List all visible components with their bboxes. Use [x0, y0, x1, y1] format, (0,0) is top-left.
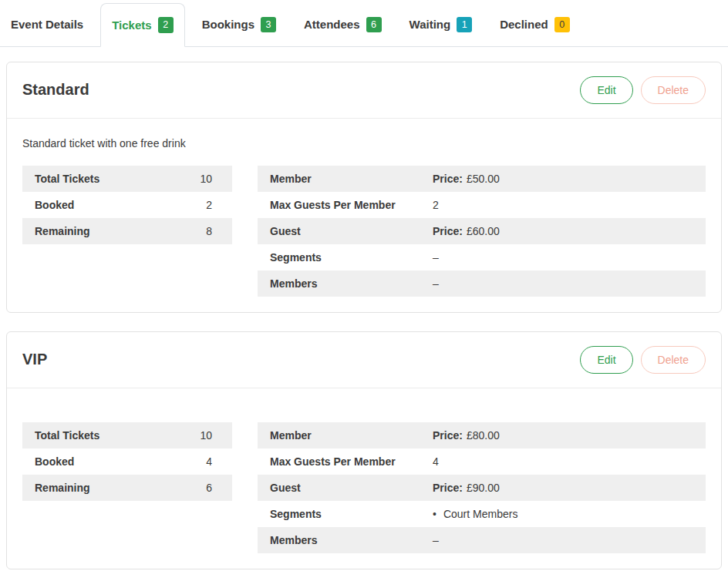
table-row: GuestPrice:£90.00: [258, 475, 706, 501]
detail-label: Max Guests Per Member: [270, 198, 433, 212]
table-row: Remaining6: [22, 475, 232, 501]
tab-declined[interactable]: Declined0: [489, 3, 581, 46]
detail-label: Guest: [270, 224, 433, 238]
tickets-count-badge: 2: [158, 17, 174, 33]
detail-label: Member: [270, 172, 433, 186]
stat-label: Total Tickets: [35, 428, 99, 442]
declined-count-badge: 0: [554, 17, 570, 33]
detail-value: –: [433, 277, 439, 291]
detail-label: Member: [270, 428, 433, 442]
ticket-title: Standard: [22, 81, 89, 99]
tab-label: Tickets: [112, 18, 151, 32]
tab-attendees[interactable]: Attendees6: [293, 3, 393, 46]
value-text: Court Members: [443, 508, 517, 520]
card-body: Standard ticket with one free drink Tota…: [7, 119, 721, 312]
stat-label: Remaining: [35, 481, 90, 495]
stat-label: Booked: [35, 198, 74, 212]
value-text: £80.00: [467, 429, 500, 442]
delete-button[interactable]: Delete: [641, 346, 706, 374]
tab-label: Attendees: [304, 18, 360, 31]
table-row: Max Guests Per Member2: [258, 192, 706, 218]
tickets-panel: Standard Edit Delete Standard ticket wit…: [0, 47, 728, 571]
detail-value: –: [433, 250, 439, 264]
stat-value: 2: [206, 198, 220, 212]
ticket-card-vip: VIP Edit Delete Total Tickets10 Booked4 …: [6, 331, 722, 569]
tab-bookings[interactable]: Bookings3: [191, 3, 287, 46]
card-header: VIP Edit Delete: [7, 332, 721, 388]
value-text: –: [433, 277, 439, 290]
stat-value: 10: [200, 172, 220, 186]
tab-event-details[interactable]: Event Details: [0, 3, 94, 46]
detail-value: •Court Members: [433, 507, 517, 521]
stat-value: 8: [206, 224, 220, 238]
table-row: MemberPrice:£80.00: [258, 422, 706, 448]
detail-label: Segments: [270, 507, 433, 521]
table-row: Max Guests Per Member4: [258, 448, 706, 475]
attendees-count-badge: 6: [366, 17, 382, 33]
table-row: Segments–: [258, 244, 706, 270]
tab-label: Declined: [500, 18, 548, 31]
table-row: Members–: [258, 270, 706, 297]
ticket-description: Standard ticket with one free drink: [22, 137, 706, 150]
detail-value: Price:£90.00: [433, 481, 500, 495]
ticket-title: VIP: [22, 351, 47, 368]
table-row: Total Tickets10: [22, 166, 232, 192]
ticket-columns: Total Tickets10 Booked2 Remaining8 Membe…: [22, 166, 706, 297]
waiting-count-badge: 1: [457, 17, 472, 33]
stat-value: 4: [206, 455, 220, 469]
table-row: Total Tickets10: [22, 422, 232, 448]
table-row: MemberPrice:£50.00: [258, 166, 706, 192]
tab-tickets[interactable]: Tickets2: [100, 3, 184, 47]
detail-value: Price:£80.00: [433, 428, 500, 442]
bookings-count-badge: 3: [261, 17, 276, 33]
detail-label: Members: [270, 533, 433, 547]
tab-bar: Event Details Tickets2 Bookings3 Attende…: [0, 0, 728, 47]
ticket-stats-table: Total Tickets10 Booked2 Remaining8: [22, 166, 232, 244]
table-row: Segments•Court Members: [258, 501, 706, 527]
ticket-details-table: MemberPrice:£80.00 Max Guests Per Member…: [258, 422, 706, 553]
detail-value: 2: [433, 198, 439, 212]
value-prefix: Price:: [433, 225, 463, 237]
detail-label: Segments: [270, 250, 433, 264]
value-prefix: Price:: [433, 429, 463, 442]
tab-label: Event Details: [11, 18, 83, 31]
ticket-card-standard: Standard Edit Delete Standard ticket wit…: [6, 62, 722, 313]
card-header: Standard Edit Delete: [7, 62, 721, 119]
tab-waiting[interactable]: Waiting1: [399, 3, 484, 46]
stat-label: Total Tickets: [35, 172, 99, 186]
stat-label: Remaining: [35, 224, 90, 238]
table-row: Remaining8: [22, 218, 232, 244]
edit-button[interactable]: Edit: [580, 76, 632, 104]
ticket-stats-table: Total Tickets10 Booked4 Remaining6: [22, 422, 232, 501]
value-text: 2: [433, 199, 439, 211]
stat-value: 6: [206, 481, 220, 495]
value-prefix: Price:: [433, 173, 463, 185]
value-text: –: [433, 251, 439, 264]
detail-label: Max Guests Per Member: [270, 455, 433, 469]
table-row: Booked2: [22, 192, 232, 218]
detail-value: Price:£50.00: [433, 172, 500, 186]
value-text: 4: [433, 455, 439, 468]
card-body: Total Tickets10 Booked4 Remaining6 Membe…: [7, 388, 721, 569]
tab-label: Bookings: [202, 18, 254, 31]
delete-button[interactable]: Delete: [641, 76, 706, 104]
detail-value: Price:£60.00: [433, 224, 500, 238]
detail-value: –: [433, 533, 439, 547]
detail-label: Guest: [270, 481, 433, 495]
detail-label: Members: [270, 277, 433, 291]
value-text: £90.00: [467, 482, 500, 494]
card-actions: Edit Delete: [580, 76, 706, 104]
detail-value: 4: [433, 455, 439, 469]
table-row: Members–: [258, 527, 706, 553]
ticket-columns: Total Tickets10 Booked4 Remaining6 Membe…: [22, 422, 706, 553]
value-text: –: [433, 534, 439, 546]
edit-button[interactable]: Edit: [580, 346, 632, 374]
value-text: £60.00: [467, 225, 500, 237]
table-row: GuestPrice:£60.00: [258, 218, 706, 244]
value-text: £50.00: [467, 173, 500, 185]
card-actions: Edit Delete: [580, 346, 706, 374]
stat-label: Booked: [35, 455, 74, 469]
ticket-details-table: MemberPrice:£50.00 Max Guests Per Member…: [258, 166, 706, 297]
bullet-icon: •: [433, 508, 436, 520]
stat-value: 10: [200, 428, 220, 442]
